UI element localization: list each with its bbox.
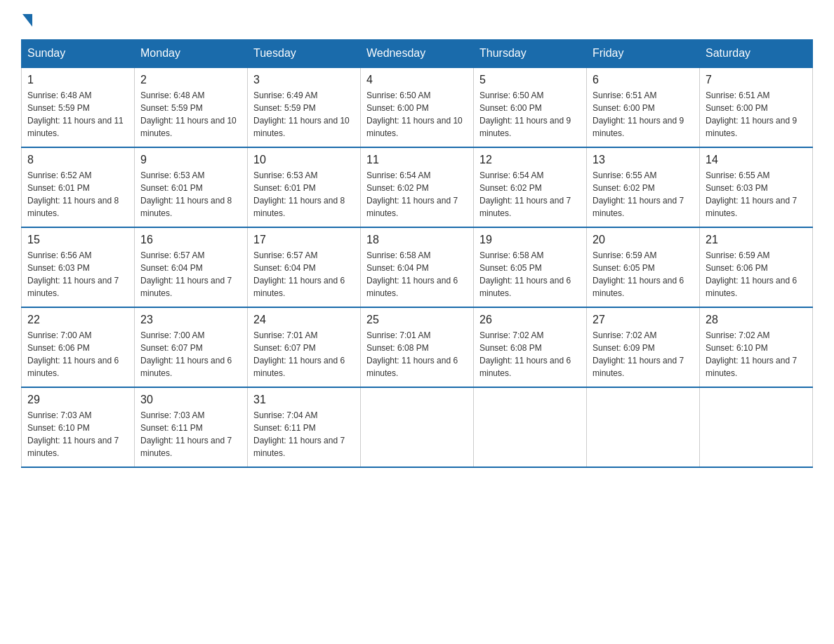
calendar-cell: 12 Sunrise: 6:54 AM Sunset: 6:02 PM Dayl… bbox=[474, 147, 587, 227]
calendar-cell: 24 Sunrise: 7:01 AM Sunset: 6:07 PM Dayl… bbox=[248, 307, 361, 387]
day-number: 6 bbox=[593, 74, 694, 86]
day-number: 5 bbox=[479, 74, 581, 86]
calendar-cell: 20 Sunrise: 6:59 AM Sunset: 6:05 PM Dayl… bbox=[587, 227, 700, 307]
day-info: Sunrise: 6:55 AM Sunset: 6:02 PM Dayligh… bbox=[593, 169, 694, 220]
calendar-cell: 10 Sunrise: 6:53 AM Sunset: 6:01 PM Dayl… bbox=[248, 147, 361, 227]
day-info: Sunrise: 6:58 AM Sunset: 6:05 PM Dayligh… bbox=[479, 249, 581, 300]
day-number: 30 bbox=[140, 394, 241, 406]
calendar-cell: 13 Sunrise: 6:55 AM Sunset: 6:02 PM Dayl… bbox=[587, 147, 700, 227]
calendar-cell: 11 Sunrise: 6:54 AM Sunset: 6:02 PM Dayl… bbox=[361, 147, 474, 227]
day-number: 20 bbox=[593, 234, 694, 246]
header-tuesday: Tuesday bbox=[248, 40, 361, 68]
day-number: 21 bbox=[706, 234, 807, 246]
day-number: 27 bbox=[593, 314, 694, 326]
calendar-cell: 18 Sunrise: 6:58 AM Sunset: 6:04 PM Dayl… bbox=[361, 227, 474, 307]
day-info: Sunrise: 7:04 AM Sunset: 6:11 PM Dayligh… bbox=[253, 409, 355, 459]
day-number: 8 bbox=[27, 154, 128, 166]
day-number: 4 bbox=[366, 74, 468, 86]
day-info: Sunrise: 6:57 AM Sunset: 6:04 PM Dayligh… bbox=[140, 249, 241, 300]
calendar-cell: 15 Sunrise: 6:56 AM Sunset: 6:03 PM Dayl… bbox=[22, 227, 135, 307]
day-info: Sunrise: 7:00 AM Sunset: 6:06 PM Dayligh… bbox=[27, 329, 128, 380]
week-row-5: 29 Sunrise: 7:03 AM Sunset: 6:10 PM Dayl… bbox=[22, 387, 813, 467]
day-number: 28 bbox=[706, 314, 807, 326]
day-info: Sunrise: 6:58 AM Sunset: 6:04 PM Dayligh… bbox=[366, 249, 468, 300]
day-number: 24 bbox=[253, 314, 355, 326]
day-info: Sunrise: 7:01 AM Sunset: 6:07 PM Dayligh… bbox=[253, 329, 355, 380]
calendar-cell: 17 Sunrise: 6:57 AM Sunset: 6:04 PM Dayl… bbox=[248, 227, 361, 307]
calendar-table: Sunday Monday Tuesday Wednesday Thursday… bbox=[21, 39, 813, 468]
day-info: Sunrise: 7:01 AM Sunset: 6:08 PM Dayligh… bbox=[366, 329, 468, 380]
day-info: Sunrise: 7:02 AM Sunset: 6:08 PM Dayligh… bbox=[479, 329, 581, 380]
calendar-cell: 7 Sunrise: 6:51 AM Sunset: 6:00 PM Dayli… bbox=[700, 67, 813, 147]
calendar-cell bbox=[700, 387, 813, 467]
day-info: Sunrise: 7:03 AM Sunset: 6:11 PM Dayligh… bbox=[140, 409, 241, 459]
logo bbox=[21, 14, 34, 27]
calendar-cell: 26 Sunrise: 7:02 AM Sunset: 6:08 PM Dayl… bbox=[474, 307, 587, 387]
calendar-cell: 4 Sunrise: 6:50 AM Sunset: 6:00 PM Dayli… bbox=[361, 67, 474, 147]
week-row-2: 8 Sunrise: 6:52 AM Sunset: 6:01 PM Dayli… bbox=[22, 147, 813, 227]
day-info: Sunrise: 6:49 AM Sunset: 5:59 PM Dayligh… bbox=[253, 89, 355, 140]
header-friday: Friday bbox=[587, 40, 700, 68]
logo-arrow-icon bbox=[22, 14, 32, 27]
day-number: 2 bbox=[140, 74, 241, 86]
calendar-cell: 22 Sunrise: 7:00 AM Sunset: 6:06 PM Dayl… bbox=[22, 307, 135, 387]
day-info: Sunrise: 7:00 AM Sunset: 6:07 PM Dayligh… bbox=[140, 329, 241, 380]
calendar-cell: 5 Sunrise: 6:50 AM Sunset: 6:00 PM Dayli… bbox=[474, 67, 587, 147]
day-number: 14 bbox=[706, 154, 807, 166]
day-info: Sunrise: 6:50 AM Sunset: 6:00 PM Dayligh… bbox=[366, 89, 468, 140]
calendar-cell: 16 Sunrise: 6:57 AM Sunset: 6:04 PM Dayl… bbox=[135, 227, 248, 307]
calendar-cell: 19 Sunrise: 6:58 AM Sunset: 6:05 PM Dayl… bbox=[474, 227, 587, 307]
day-number: 22 bbox=[27, 314, 128, 326]
calendar-cell: 8 Sunrise: 6:52 AM Sunset: 6:01 PM Dayli… bbox=[22, 147, 135, 227]
header-row: Sunday Monday Tuesday Wednesday Thursday… bbox=[22, 40, 813, 68]
calendar-cell bbox=[587, 387, 700, 467]
calendar-cell: 6 Sunrise: 6:51 AM Sunset: 6:00 PM Dayli… bbox=[587, 67, 700, 147]
day-info: Sunrise: 6:59 AM Sunset: 6:05 PM Dayligh… bbox=[593, 249, 694, 300]
calendar-cell: 30 Sunrise: 7:03 AM Sunset: 6:11 PM Dayl… bbox=[135, 387, 248, 467]
calendar-cell: 2 Sunrise: 6:48 AM Sunset: 5:59 PM Dayli… bbox=[135, 67, 248, 147]
day-info: Sunrise: 6:53 AM Sunset: 6:01 PM Dayligh… bbox=[140, 169, 241, 220]
calendar-cell: 28 Sunrise: 7:02 AM Sunset: 6:10 PM Dayl… bbox=[700, 307, 813, 387]
header-monday: Monday bbox=[135, 40, 248, 68]
day-info: Sunrise: 6:57 AM Sunset: 6:04 PM Dayligh… bbox=[253, 249, 355, 300]
day-info: Sunrise: 7:03 AM Sunset: 6:10 PM Dayligh… bbox=[27, 409, 128, 459]
day-number: 11 bbox=[366, 154, 468, 166]
day-number: 17 bbox=[253, 234, 355, 246]
day-number: 29 bbox=[27, 394, 128, 406]
day-info: Sunrise: 6:54 AM Sunset: 6:02 PM Dayligh… bbox=[479, 169, 581, 220]
day-number: 13 bbox=[593, 154, 694, 166]
header-sunday: Sunday bbox=[22, 40, 135, 68]
day-info: Sunrise: 6:51 AM Sunset: 6:00 PM Dayligh… bbox=[593, 89, 694, 140]
day-info: Sunrise: 6:54 AM Sunset: 6:02 PM Dayligh… bbox=[366, 169, 468, 220]
day-info: Sunrise: 6:48 AM Sunset: 5:59 PM Dayligh… bbox=[27, 89, 128, 140]
day-number: 18 bbox=[366, 234, 468, 246]
day-number: 31 bbox=[253, 394, 355, 406]
day-info: Sunrise: 7:02 AM Sunset: 6:09 PM Dayligh… bbox=[593, 329, 694, 380]
page-header bbox=[21, 14, 813, 27]
day-info: Sunrise: 7:02 AM Sunset: 6:10 PM Dayligh… bbox=[706, 329, 807, 380]
week-row-3: 15 Sunrise: 6:56 AM Sunset: 6:03 PM Dayl… bbox=[22, 227, 813, 307]
header-saturday: Saturday bbox=[700, 40, 813, 68]
day-number: 9 bbox=[140, 154, 241, 166]
day-info: Sunrise: 6:52 AM Sunset: 6:01 PM Dayligh… bbox=[27, 169, 128, 220]
calendar-cell: 23 Sunrise: 7:00 AM Sunset: 6:07 PM Dayl… bbox=[135, 307, 248, 387]
header-thursday: Thursday bbox=[474, 40, 587, 68]
calendar-cell: 25 Sunrise: 7:01 AM Sunset: 6:08 PM Dayl… bbox=[361, 307, 474, 387]
calendar-cell: 29 Sunrise: 7:03 AM Sunset: 6:10 PM Dayl… bbox=[22, 387, 135, 467]
day-number: 10 bbox=[253, 154, 355, 166]
week-row-4: 22 Sunrise: 7:00 AM Sunset: 6:06 PM Dayl… bbox=[22, 307, 813, 387]
calendar-cell bbox=[474, 387, 587, 467]
day-info: Sunrise: 6:56 AM Sunset: 6:03 PM Dayligh… bbox=[27, 249, 128, 300]
day-number: 7 bbox=[706, 74, 807, 86]
calendar-cell bbox=[361, 387, 474, 467]
day-number: 23 bbox=[140, 314, 241, 326]
day-number: 26 bbox=[479, 314, 581, 326]
calendar-cell: 31 Sunrise: 7:04 AM Sunset: 6:11 PM Dayl… bbox=[248, 387, 361, 467]
calendar-cell: 14 Sunrise: 6:55 AM Sunset: 6:03 PM Dayl… bbox=[700, 147, 813, 227]
calendar-cell: 27 Sunrise: 7:02 AM Sunset: 6:09 PM Dayl… bbox=[587, 307, 700, 387]
day-number: 19 bbox=[479, 234, 581, 246]
day-number: 16 bbox=[140, 234, 241, 246]
day-info: Sunrise: 6:48 AM Sunset: 5:59 PM Dayligh… bbox=[140, 89, 241, 140]
calendar-cell: 1 Sunrise: 6:48 AM Sunset: 5:59 PM Dayli… bbox=[22, 67, 135, 147]
day-info: Sunrise: 6:53 AM Sunset: 6:01 PM Dayligh… bbox=[253, 169, 355, 220]
